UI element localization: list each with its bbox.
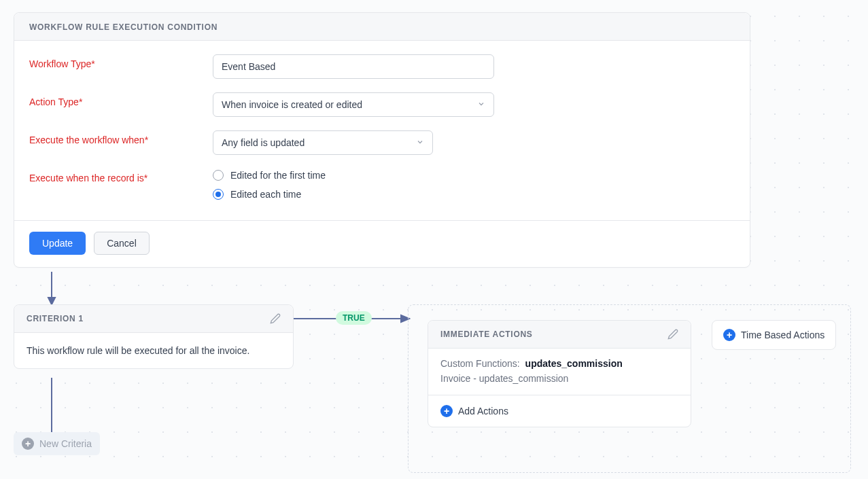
workflow-type-value: Event Based <box>222 61 275 72</box>
pencil-icon <box>667 329 678 340</box>
action-type-select[interactable]: When invoice is created or edited <box>213 92 494 117</box>
execution-condition-footer: Update Cancel <box>14 220 750 267</box>
plus-circle-icon: + <box>22 438 34 450</box>
custom-function-name: updates_commission <box>525 358 623 369</box>
plus-circle-icon: + <box>440 405 453 417</box>
execute-when-value: Any field is updated <box>222 137 305 148</box>
radio-checked-icon <box>213 189 224 200</box>
record-is-radio-group: Edited for the first time Edited each ti… <box>213 168 326 200</box>
custom-function-label: Custom Functions: <box>440 358 520 369</box>
true-badge: TRUE <box>336 311 372 325</box>
chevron-down-icon <box>477 99 485 110</box>
workflow-type-label: Workflow Type* <box>29 54 213 69</box>
record-each-time-label: Edited each time <box>230 189 301 200</box>
criterion-title: CRITERION 1 <box>27 314 84 323</box>
record-each-time-radio[interactable]: Edited each time <box>213 189 326 200</box>
new-criteria-label: New Criteria <box>39 438 92 449</box>
connector-line-down <box>48 378 56 433</box>
execution-condition-header: WORKFLOW RULE EXECUTION CONDITION <box>14 13 750 41</box>
new-criteria-button[interactable]: + New Criteria <box>14 432 100 455</box>
execution-condition-card: WORKFLOW RULE EXECUTION CONDITION Workfl… <box>14 12 750 268</box>
update-button[interactable]: Update <box>29 232 86 255</box>
connector-arrow-down <box>44 272 60 306</box>
edit-immediate-actions-button[interactable] <box>667 329 678 340</box>
pencil-icon <box>270 313 281 324</box>
immediate-actions-card: IMMEDIATE ACTIONS Custom Functions: upda… <box>428 320 691 427</box>
custom-function-row: Custom Functions: updates_commission <box>440 358 678 369</box>
record-is-label: Execute when the record is* <box>29 168 213 183</box>
criterion-card: CRITERION 1 This workflow rule will be e… <box>14 304 294 369</box>
criterion-header: CRITERION 1 <box>14 305 293 333</box>
cancel-button[interactable]: Cancel <box>94 232 150 255</box>
action-type-label: Action Type* <box>29 92 213 107</box>
time-based-actions-button[interactable]: + Time Based Actions <box>712 320 836 350</box>
plus-circle-icon: + <box>723 329 735 341</box>
radio-unchecked-icon <box>213 170 224 181</box>
time-based-actions-label: Time Based Actions <box>741 330 824 340</box>
workflow-canvas: WORKFLOW RULE EXECUTION CONDITION Workfl… <box>0 0 868 479</box>
immediate-actions-title: IMMEDIATE ACTIONS <box>440 330 533 339</box>
action-type-value: When invoice is created or edited <box>222 99 362 110</box>
actions-group: IMMEDIATE ACTIONS Custom Functions: upda… <box>408 304 851 473</box>
record-first-time-label: Edited for the first time <box>230 170 326 181</box>
workflow-type-input[interactable]: Event Based <box>213 54 494 79</box>
record-first-time-radio[interactable]: Edited for the first time <box>213 170 326 181</box>
immediate-actions-header: IMMEDIATE ACTIONS <box>428 321 691 349</box>
execute-when-label: Execute the workflow when* <box>29 130 213 145</box>
edit-criterion-button[interactable] <box>270 313 281 324</box>
execute-when-row: Execute the workflow when* Any field is … <box>29 130 735 155</box>
execute-when-select[interactable]: Any field is updated <box>213 130 433 155</box>
custom-function-detail: Invoice - updates_commission <box>440 373 678 384</box>
execution-condition-title: WORKFLOW RULE EXECUTION CONDITION <box>29 22 735 32</box>
criterion-body: This workflow rule will be executed for … <box>14 333 293 368</box>
add-actions-label: Add Actions <box>458 406 508 416</box>
action-type-row: Action Type* When invoice is created or … <box>29 92 735 117</box>
chevron-down-icon <box>416 137 424 148</box>
execution-condition-body: Workflow Type* Event Based Action Type* … <box>14 41 750 220</box>
svg-marker-1 <box>48 298 55 304</box>
record-is-row: Execute when the record is* Edited for t… <box>29 168 735 200</box>
add-actions-button[interactable]: + Add Actions <box>428 395 691 427</box>
workflow-type-row: Workflow Type* Event Based <box>29 54 735 79</box>
immediate-actions-body: Custom Functions: updates_commission Inv… <box>428 349 691 395</box>
